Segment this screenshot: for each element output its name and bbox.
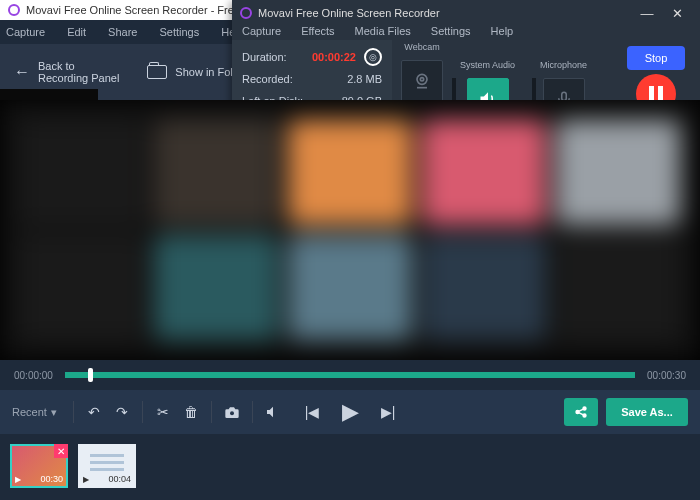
overlay-menubar: Capture Effects Media Files Settings Hel…	[232, 22, 700, 40]
thumbnail-2[interactable]: ▶00:04	[78, 444, 136, 488]
overlay-menu-help[interactable]: Help	[491, 25, 514, 37]
overlay-title: Movavi Free Online Screen Recorder	[258, 7, 440, 19]
menu-capture[interactable]: Capture	[6, 26, 45, 38]
cut-button[interactable]: ✂	[149, 398, 177, 426]
thumbnail-delete-icon[interactable]: ✕	[54, 444, 68, 458]
overlay-menu-capture[interactable]: Capture	[242, 25, 281, 37]
recent-label: Recent	[12, 406, 47, 418]
app-logo-icon	[8, 4, 20, 16]
menu-share[interactable]: Share	[108, 26, 137, 38]
play-icon: ▶	[15, 475, 21, 484]
back-label-2: Recording Panel	[38, 72, 119, 84]
next-button[interactable]: ▶|	[374, 398, 402, 426]
video-preview	[0, 100, 700, 360]
system-audio-label: System Audio	[460, 60, 515, 74]
menu-edit[interactable]: Edit	[67, 26, 86, 38]
back-label-1: Back to	[38, 60, 119, 72]
play-button[interactable]: ▶	[336, 398, 364, 426]
overlay-minimize-button[interactable]: —	[632, 6, 662, 21]
menu-settings[interactable]: Settings	[159, 26, 199, 38]
redo-button[interactable]: ↷	[108, 398, 136, 426]
stop-button[interactable]: Stop	[627, 46, 685, 70]
overlay-menu-mediafiles[interactable]: Media Files	[355, 25, 411, 37]
trash-button[interactable]: 🗑	[177, 398, 205, 426]
overlay-titlebar: Movavi Free Online Screen Recorder — ✕	[232, 0, 700, 22]
thumbnail-strip: ✕ ▶00:30 ▶00:04	[0, 438, 700, 494]
timeline-playhead[interactable]	[88, 368, 93, 382]
overlay-menu-effects[interactable]: Effects	[301, 25, 334, 37]
svg-point-1	[420, 78, 423, 81]
timeline-start: 00:00:00	[14, 370, 53, 381]
recorded-value: 2.8 MB	[347, 73, 382, 85]
thumb-time-2: 00:04	[108, 474, 131, 484]
webcam-icon	[401, 60, 443, 102]
duration-value: 00:00:22	[312, 51, 356, 63]
prev-button[interactable]: |◀	[298, 398, 326, 426]
webcam-label: Webcam	[404, 42, 439, 56]
recent-dropdown[interactable]: Recent ▾	[12, 406, 57, 419]
undo-button[interactable]: ↶	[80, 398, 108, 426]
playback-controls: Recent ▾ ↶ ↷ ✂ 🗑 |◀ ▶ ▶| Save As...	[0, 390, 700, 434]
overlay-menu-settings[interactable]: Settings	[431, 25, 471, 37]
recorded-label: Recorded:	[242, 73, 293, 85]
timeline-end: 00:00:30	[647, 370, 686, 381]
svg-point-0	[417, 74, 427, 84]
overlay-close-button[interactable]: ✕	[662, 6, 692, 21]
volume-button[interactable]	[259, 398, 287, 426]
share-button[interactable]	[564, 398, 598, 426]
folder-icon	[147, 65, 167, 79]
play-icon: ▶	[83, 475, 89, 484]
camera-button[interactable]	[218, 398, 246, 426]
timeline-track[interactable]	[65, 372, 635, 378]
microphone-label: Microphone	[540, 60, 587, 74]
timeline[interactable]: 00:00:00 00:00:30	[0, 360, 700, 390]
target-icon[interactable]: ◎	[364, 48, 382, 66]
thumb-time-1: 00:30	[40, 474, 63, 484]
svg-point-3	[230, 411, 234, 415]
back-arrow-icon: ←	[14, 63, 30, 81]
thumbnail-1[interactable]: ✕ ▶00:30	[10, 444, 68, 488]
overlay-logo-icon	[240, 7, 252, 19]
chevron-down-icon: ▾	[51, 406, 57, 419]
duration-label: Duration:	[242, 51, 287, 63]
save-as-button[interactable]: Save As...	[606, 398, 688, 426]
